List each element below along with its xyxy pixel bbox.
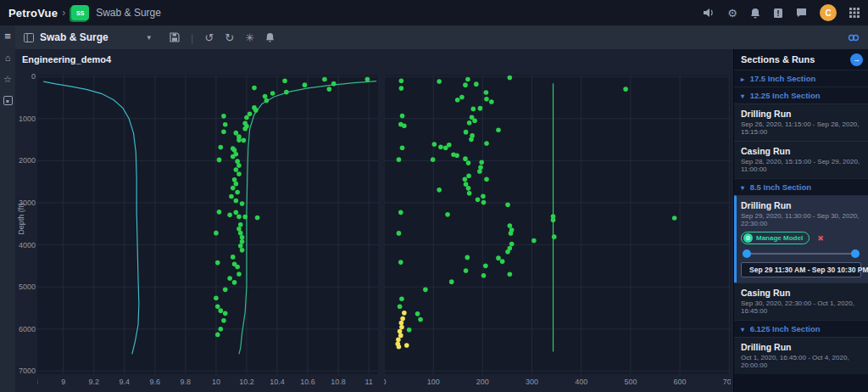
depth-axis-label: Depth (ft) (17, 203, 25, 235)
brand-logo[interactable]: PetroVue (8, 7, 58, 20)
apps-grid-icon[interactable] (849, 8, 860, 18)
date-range-input[interactable]: Sep 29 11:30 AM - Sep 30 10:30 PM (741, 262, 861, 277)
section-label: 8.5 Inch Section (750, 182, 811, 192)
svg-text:100: 100 (427, 378, 440, 386)
run-name: Drilling Run (741, 342, 861, 352)
swab-surge-chart[interactable]: 8.899.29.49.69.81010.210.410.610.811 (37, 75, 378, 387)
view-selector-dropdown[interactable]: Swab & Surge ▾ (24, 31, 151, 43)
svg-text:9.8: 9.8 (181, 378, 192, 386)
pressure-chart[interactable]: 0100200300400500600700 (384, 75, 731, 387)
run-name: Casing Run (741, 288, 861, 298)
section-header-8-5[interactable]: ▾ 8.5 Inch Section (734, 178, 868, 195)
time-range-slider[interactable] (743, 248, 860, 260)
section-header-17-5[interactable]: ▸ 17.5 Inch Section (734, 70, 868, 87)
sparkle-icon[interactable]: ✳ (245, 32, 254, 43)
star-icon[interactable]: ☆ (3, 75, 12, 84)
section-label: 17.5 Inch Section (750, 74, 816, 83)
depth-tick-label: 2000 (15, 156, 36, 165)
workspace-title: Engineering_demo4 (22, 54, 111, 64)
layout-icon (24, 33, 34, 42)
caret-right-icon: ▸ (741, 76, 744, 83)
run-item-casing-1[interactable]: Casing Run Sep 28, 2020, 15:15:00 - Sep … (734, 141, 868, 178)
svg-text:10.6: 10.6 (300, 378, 315, 386)
depth-tick-label: 7000 (15, 367, 36, 375)
toolbar-separator: | (191, 31, 193, 44)
manage-model-label: Manage Model (756, 234, 803, 242)
remove-model-icon[interactable]: ✖ (817, 234, 824, 243)
run-item-casing-2[interactable]: Casing Run Sep 30, 2020, 22:30:00 - Oct … (734, 283, 868, 320)
chat-icon[interactable] (796, 8, 807, 18)
breadcrumb-page-title: Swab & Surge (96, 7, 161, 19)
svg-text:8.8: 8.8 (37, 378, 38, 386)
svg-text:300: 300 (526, 378, 538, 386)
sidebar-title: Sections & Runs (741, 54, 815, 64)
svg-text:200: 200 (476, 378, 489, 386)
svg-text:9: 9 (61, 378, 65, 386)
svg-text:9.6: 9.6 (150, 378, 161, 386)
left-rail: ≡ ⌂ ☆ ■ (0, 25, 15, 392)
depth-tick-label: 5000 (15, 283, 36, 291)
collapse-panel-button[interactable]: → (850, 53, 863, 66)
depth-tick-label: 6000 (15, 325, 36, 333)
date-range-value: Sep 29 11:30 AM - Sep 30 10:30 PM (749, 266, 868, 274)
svg-text:11: 11 (365, 378, 373, 386)
run-range: Sep 29, 2020, 11:30:00 - Sep 30, 2020, 2… (741, 212, 861, 227)
volume-icon[interactable] (703, 8, 715, 18)
chart-workspace: Engineering_demo4 0100020003000400050006… (15, 49, 733, 392)
breadcrumb-separator: › (62, 7, 65, 19)
svg-text:600: 600 (674, 378, 687, 386)
section-header-6-125[interactable]: ▾ 6.125 Inch Section (734, 320, 868, 337)
depth-tick-label: 1000 (15, 115, 36, 123)
svg-text:10.4: 10.4 (270, 378, 285, 386)
avatar[interactable]: C (820, 4, 837, 21)
manage-model-button[interactable]: ⚙ Manage Model (741, 232, 810, 244)
svg-text:700: 700 (723, 378, 731, 386)
bell-icon[interactable] (750, 8, 760, 19)
run-name: Drilling Run (741, 109, 861, 119)
run-name: Casing Run (741, 146, 861, 156)
run-range: Sep 28, 2020, 15:15:00 - Sep 29, 2020, 1… (741, 158, 861, 173)
caret-down-icon: ▾ (147, 33, 151, 42)
save-icon[interactable] (170, 32, 180, 42)
home-icon[interactable]: ⌂ (5, 53, 11, 63)
top-bar: PetroVue › SS Swab & Surge ⚙ C (0, 0, 868, 25)
svg-text:9.4: 9.4 (119, 378, 130, 386)
app-badge: SS (71, 5, 89, 20)
depth-tick-label: 0 (15, 72, 36, 81)
svg-text:0: 0 (384, 378, 387, 386)
undo-icon[interactable]: ↺ (204, 32, 214, 43)
slider-handle-start[interactable] (743, 249, 751, 258)
gear-icon[interactable]: ⚙ (727, 8, 737, 19)
frame-icon[interactable]: ■ (3, 96, 13, 105)
section-label: 6.125 Inch Section (750, 324, 821, 333)
run-item-drilling-3[interactable]: Drilling Run Oct 1, 2020, 16:45:00 - Oct… (734, 337, 868, 374)
run-item-drilling-1[interactable]: Drilling Run Sep 26, 2020, 11:15:00 - Se… (734, 104, 868, 141)
svg-text:500: 500 (624, 378, 637, 386)
section-header-12-25[interactable]: ▾ 12.25 Inch Section (734, 87, 868, 104)
caret-down-icon: ▾ (741, 326, 744, 333)
section-label: 12.25 Inch Section (750, 91, 821, 100)
run-range: Sep 30, 2020, 22:30:00 - Oct 1, 2020, 16… (741, 300, 861, 315)
depth-tick-label: 4000 (15, 241, 36, 249)
run-name: Drilling Run (741, 200, 861, 210)
run-range: Sep 26, 2020, 11:15:00 - Sep 28, 2020, 1… (741, 120, 861, 136)
model-status-icon: ⚙ (743, 233, 753, 243)
slider-handle-end[interactable] (851, 249, 860, 258)
menu-icon[interactable]: ≡ (4, 31, 11, 42)
svg-text:9.2: 9.2 (88, 378, 99, 386)
slider-track[interactable] (746, 253, 856, 255)
caret-down-icon: ▾ (741, 184, 744, 192)
link-icon[interactable] (848, 34, 860, 42)
report-icon[interactable] (773, 8, 783, 19)
svg-text:10.2: 10.2 (239, 378, 254, 386)
run-item-drilling-selected[interactable]: Drilling Run Sep 29, 2020, 11:30:00 - Se… (734, 195, 868, 283)
sidebar-header: Sections & Runs → (734, 49, 868, 70)
caret-down-icon: ▾ (741, 92, 744, 100)
bell-icon[interactable] (265, 32, 275, 42)
sections-runs-panel: Sections & Runs → ▸ 17.5 Inch Section ▾ … (733, 49, 868, 392)
svg-text:400: 400 (575, 378, 587, 386)
run-range: Oct 1, 2020, 16:45:00 - Oct 4, 2020, 20:… (741, 354, 861, 369)
toolbar: Swab & Surge ▾ | ↺ ↻ ✳ (15, 25, 868, 49)
redo-icon[interactable]: ↻ (225, 32, 234, 43)
app-window: PetroVue › SS Swab & Surge ⚙ C ≡ (0, 0, 868, 392)
